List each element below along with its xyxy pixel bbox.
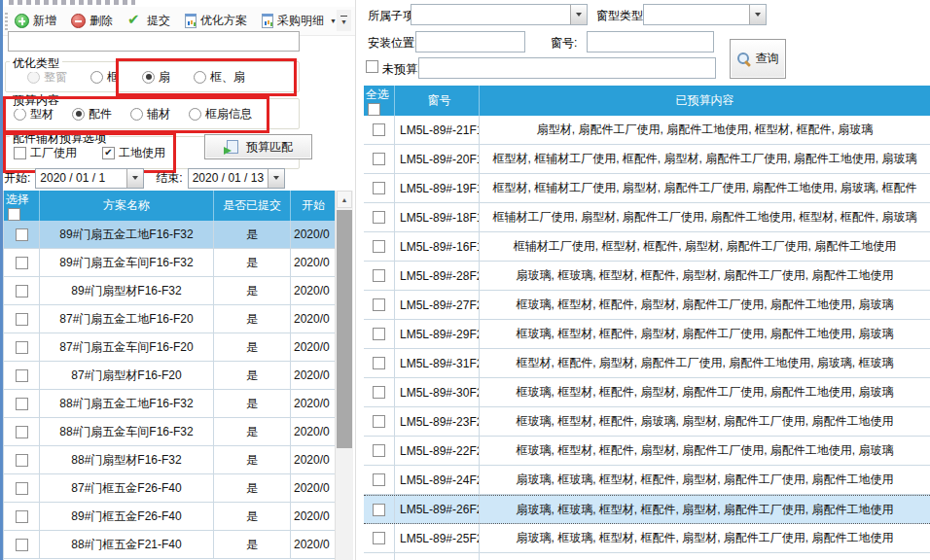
plan-name-cell: 88#门扇五金工地F16-F32	[40, 390, 214, 417]
row-checkbox[interactable]	[373, 532, 385, 544]
toolbar-grip[interactable]	[5, 13, 8, 30]
end-date-dropdown-icon[interactable]	[268, 169, 284, 188]
toolbar-button[interactable]: 优化方案 ▼	[184, 11, 248, 31]
plan-table-scrollbar[interactable]: ▲	[335, 191, 353, 560]
row-checkbox[interactable]	[373, 298, 385, 311]
row-checkbox[interactable]	[373, 357, 385, 369]
plan-row[interactable]: 89#门框五金F26-F40 是 2020/0	[4, 503, 336, 531]
row-checkbox[interactable]	[16, 398, 28, 410]
row-checkbox[interactable]	[373, 473, 385, 486]
window-no-input[interactable]	[587, 31, 714, 52]
keyword-input[interactable]	[8, 31, 300, 52]
scrollbar-up-icon[interactable]: ▲	[337, 191, 352, 208]
budget-header-select-label: 全选	[366, 87, 389, 103]
budget-row[interactable]: LM5L-89#-26F24 扇玻璃, 框玻璃, 框型材, 框配件, 扇型材, …	[364, 495, 930, 524]
budget-match-button[interactable]: 预算匹配	[204, 134, 312, 159]
budget-content-radio[interactable]: 配件	[72, 106, 112, 122]
plan-row[interactable]: 88#门框五金F21-F40 是 2020/0	[4, 531, 336, 559]
budget-row[interactable]: LM5L-89#-22F20 框玻璃, 框型材, 框配件, 扇型材, 扇配件工厂…	[364, 437, 930, 466]
end-date-picker[interactable]: 2020 / 01 / 13	[188, 168, 285, 189]
budget-row[interactable]: LM5L-89#-27F25 框玻璃, 框型材, 框配件, 扇型材, 扇配件工厂…	[364, 291, 930, 320]
scrollbar-thumb[interactable]	[337, 210, 352, 448]
row-checkbox[interactable]	[373, 153, 385, 165]
row-checkbox[interactable]	[16, 228, 28, 241]
select-all-checkbox[interactable]	[8, 208, 20, 221]
row-checkbox[interactable]	[16, 341, 28, 354]
toolbar-button[interactable]: 新增 ▼	[14, 11, 57, 31]
row-checkbox[interactable]	[16, 257, 28, 269]
budget-content-cell: 扇型材, 扇配件工厂使用, 扇配件工地使用, 框型材, 框配件, 扇玻璃	[480, 116, 930, 144]
budget-row[interactable]: LM5L-89#-24F22 扇玻璃, 框玻璃, 框型材, 框配件, 扇型材, …	[364, 466, 930, 495]
budget-row[interactable]: LM5L-89#-30F28 框玻璃, 框型材, 框配件, 扇型材, 扇配件工厂…	[364, 378, 930, 407]
sub-item-dropdown-icon[interactable]	[570, 5, 587, 24]
row-checkbox[interactable]	[373, 240, 385, 253]
install-pos-input[interactable]	[415, 31, 525, 52]
optimize-type-radio[interactable]: 扇	[142, 69, 170, 86]
optimize-type-radio[interactable]: 框、扇	[194, 69, 245, 86]
budget-content-radio[interactable]: 辅材	[130, 106, 170, 122]
plan-row[interactable]: 87#门扇五金车间F16-F20 是 2020/0	[4, 333, 336, 362]
row-checkbox[interactable]	[16, 426, 28, 438]
row-checkbox[interactable]	[16, 369, 28, 382]
no-budget-input[interactable]	[418, 57, 716, 79]
start-date-picker[interactable]: 2020 / 01 / 1	[35, 168, 144, 189]
toolbar-overflow-button[interactable]: ▼	[337, 10, 351, 31]
row-checkbox[interactable]	[373, 123, 385, 136]
budget-row[interactable]: LM5L-89#-31F29 框型材, 框配件, 扇型材, 扇配件工厂使用, 扇…	[364, 349, 930, 378]
toolbar-button[interactable]: 删除 ▼	[70, 11, 114, 31]
select-all-checkbox[interactable]	[368, 103, 380, 116]
budget-row[interactable]: LM5L-89#-20F18 框型材, 框辅材工厂使用, 框配件, 扇型材, 扇…	[364, 145, 930, 174]
plan-row[interactable]: 88#门扇五金工地F16-F32 是 2020/0	[4, 390, 336, 418]
row-checkbox[interactable]	[373, 415, 385, 428]
plan-row[interactable]: 88#门扇型材F16-F32 是 2020/0	[4, 446, 336, 474]
budget-row[interactable]: LM5L-89#-29F27 框玻璃, 框型材, 框配件, 扇型材, 扇配件工厂…	[364, 320, 930, 349]
budget-row[interactable]: LM5L-89#-25F23 扇玻璃, 框玻璃, 框型材, 框配件, 扇型材, …	[364, 524, 930, 553]
plan-submitted-cell: 是	[214, 446, 291, 473]
row-checkbox[interactable]	[373, 504, 385, 516]
plan-start-cell: 2020/0	[291, 446, 336, 473]
query-button[interactable]: 查询	[730, 39, 786, 79]
window-type-combo[interactable]	[643, 4, 767, 25]
budget-row[interactable]: LM5L-89#-21F19 扇型材, 扇配件工厂使用, 扇配件工地使用, 框型…	[364, 116, 930, 145]
budget-row[interactable]: LM5L-89#-19F17 框型材, 框辅材工厂使用, 扇型材, 扇配件工厂使…	[364, 174, 930, 203]
row-checkbox[interactable]	[373, 182, 385, 194]
row-checkbox[interactable]	[373, 386, 385, 399]
toolbar-button[interactable]: 提交 ▼	[126, 11, 171, 31]
radio-label: 框	[107, 69, 119, 86]
row-checkbox[interactable]	[16, 482, 28, 495]
plan-submitted-cell: 是	[214, 305, 291, 332]
row-checkbox[interactable]	[16, 285, 28, 298]
plan-table: 选择 方案名称 是否已提交 开始 89#门扇五金工地F16-F32 是 2020…	[3, 191, 336, 560]
optimize-type-radio[interactable]: 框	[90, 69, 119, 86]
row-checkbox[interactable]	[373, 269, 385, 282]
start-date-dropdown-icon[interactable]	[126, 169, 143, 188]
budget-row[interactable]: LM5L-89#-18F16 框辅材工厂使用, 扇型材, 扇配件工厂使用, 扇配…	[364, 203, 930, 232]
plan-row[interactable]: 87#门框五金F26-F40 是 2020/0	[4, 474, 336, 503]
budget-row[interactable]: LM5L-89#-28F26 扇玻璃, 框玻璃, 框型材, 框配件, 扇型材, …	[364, 262, 930, 291]
usage-checkbox-item[interactable]: 工厂使用	[14, 145, 77, 161]
row-checkbox[interactable]	[16, 539, 28, 551]
plan-row[interactable]: 87#门扇型材F16-F20 是 2020/0	[4, 362, 336, 390]
row-checkbox[interactable]	[373, 328, 385, 340]
sub-item-combo[interactable]	[411, 4, 588, 25]
window-type-dropdown-icon[interactable]	[749, 5, 766, 24]
plan-row[interactable]: 89#门扇五金车间F16-F32 是 2020/0	[4, 249, 336, 277]
row-checkbox[interactable]	[16, 454, 28, 467]
plan-row[interactable]: 89#门扇五金工地F16-F32 是 2020/0	[4, 221, 336, 249]
no-budget-checkbox[interactable]	[366, 60, 378, 73]
window-no-cell: LM5L-89#-23F21	[395, 407, 480, 436]
row-checkbox[interactable]	[373, 444, 385, 457]
plan-row[interactable]: 87#门扇五金工地F16-F20 是 2020/0	[4, 305, 336, 333]
budget-row[interactable]: LM5L-89#-16F15 框辅材工厂使用, 框型材, 框配件, 扇型材, 扇…	[364, 232, 930, 262]
budget-content-radio[interactable]: 框扇信息	[189, 106, 252, 122]
plan-row[interactable]: 88#门扇五金车间F16-F32 是 2020/0	[4, 418, 336, 446]
usage-checkbox-item[interactable]: 工地使用	[102, 145, 165, 161]
plan-row[interactable]: 89#门扇型材F16-F32 是 2020/0	[4, 277, 336, 305]
toolbar-button[interactable]: 采购明细 ▼	[261, 11, 338, 31]
row-checkbox[interactable]	[373, 211, 385, 224]
row-checkbox[interactable]	[16, 313, 28, 326]
budget-header-window: 窗号	[395, 86, 480, 116]
app-window: 新增 ▼ 删除 ▼ 提交 ▼	[0, 0, 930, 560]
budget-row[interactable]: LM5L-89#-23F21 框玻璃, 框型材, 框配件, 扇玻璃, 扇型材, …	[364, 407, 930, 437]
row-checkbox[interactable]	[16, 510, 28, 523]
